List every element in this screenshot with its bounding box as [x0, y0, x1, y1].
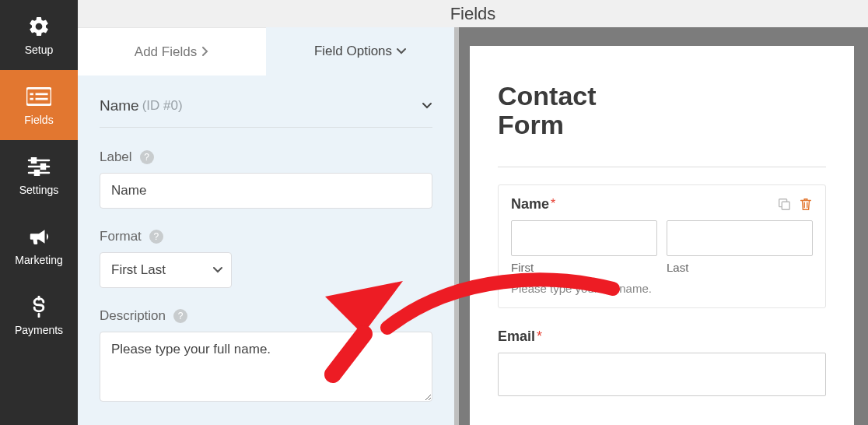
main: Fields Add Fields Field Options: [78, 0, 868, 425]
preview-card: Contact Form Name *: [470, 46, 854, 425]
sub-label-first: First: [511, 261, 657, 274]
field-group-description: Description ?: [100, 308, 432, 405]
tab-add-fields[interactable]: Add Fields: [78, 27, 266, 76]
form-title-line2: Form: [498, 110, 564, 139]
tabs: Add Fields Field Options: [78, 27, 454, 76]
fields-icon: [26, 84, 51, 109]
nav-item-settings[interactable]: Settings: [0, 140, 78, 210]
sidebar: Setup Fields Settings Marketing Payments: [0, 0, 78, 425]
label-input[interactable]: [100, 173, 432, 209]
panel-heading-id: (ID #0): [142, 98, 183, 114]
required-star: *: [551, 197, 555, 211]
field-label: Email: [498, 328, 535, 345]
required-star: *: [537, 328, 542, 345]
nav-item-setup[interactable]: Setup: [0, 0, 78, 70]
panel-body: Name (ID #0) Label ?: [78, 76, 454, 425]
help-icon[interactable]: ?: [149, 230, 163, 244]
first-name-input[interactable]: [511, 220, 657, 256]
field-label-row: Format ?: [100, 229, 432, 244]
form-title-line1: Contact: [498, 81, 597, 111]
svg-rect-4: [36, 98, 48, 100]
topbar: Fields: [78, 0, 868, 27]
sub-label-last: Last: [667, 261, 813, 274]
panel-heading-title: Name: [100, 97, 139, 114]
bullhorn-icon: [26, 224, 51, 249]
form-divider: [498, 167, 826, 167]
label-label-text: Label: [100, 149, 132, 165]
last-name-input[interactable]: [667, 220, 813, 256]
svg-rect-2: [30, 98, 33, 100]
topbar-title: Fields: [450, 4, 496, 24]
nav-label-fields: Fields: [24, 114, 53, 126]
tab-add-fields-label: Add Fields: [135, 44, 197, 60]
tab-field-options[interactable]: Field Options: [266, 27, 454, 76]
field-actions: [777, 197, 813, 211]
field-description: Please type your full name.: [511, 282, 813, 295]
svg-rect-3: [36, 93, 48, 96]
svg-rect-10: [35, 170, 39, 175]
help-icon[interactable]: ?: [173, 309, 187, 323]
preview-area: Contact Form Name *: [459, 27, 868, 425]
columns: Add Fields Field Options Name: [78, 27, 868, 425]
description-textarea[interactable]: [100, 332, 432, 402]
form-title: Contact Form: [498, 82, 826, 140]
duplicate-icon[interactable]: [777, 197, 791, 211]
field-group-label: Label ?: [100, 149, 432, 209]
nav-label-payments: Payments: [15, 324, 63, 336]
chevron-right-icon: [201, 44, 209, 60]
format-select-wrap: [100, 252, 232, 288]
nav-item-marketing[interactable]: Marketing: [0, 210, 78, 280]
preview-field-email[interactable]: Email *: [498, 328, 826, 396]
dollar-icon: [26, 294, 51, 319]
help-icon[interactable]: ?: [140, 150, 154, 164]
name-grid: First Last: [511, 220, 813, 274]
trash-icon[interactable]: [799, 197, 813, 211]
svg-rect-1: [30, 93, 33, 96]
chevron-down-icon: [422, 99, 432, 113]
preview-field-name[interactable]: Name *: [498, 184, 826, 308]
svg-rect-9: [41, 164, 45, 169]
description-label-text: Description: [100, 308, 166, 324]
field-editor-panel: Add Fields Field Options Name: [78, 27, 459, 425]
field-group-format: Format ?: [100, 229, 432, 288]
svg-rect-0: [26, 88, 51, 104]
field-label: Name: [511, 196, 549, 212]
email-input[interactable]: [498, 353, 826, 396]
field-header: Name *: [511, 196, 813, 212]
nav-item-payments[interactable]: Payments: [0, 280, 78, 350]
sliders-icon: [26, 154, 51, 179]
gear-icon: [26, 14, 51, 39]
nav-item-fields[interactable]: Fields: [0, 70, 78, 140]
tab-field-options-label: Field Options: [314, 44, 392, 59]
field-label-row: Label ?: [100, 149, 432, 165]
nav-label-setup: Setup: [25, 44, 54, 56]
svg-rect-8: [32, 158, 36, 163]
svg-rect-12: [782, 202, 789, 210]
format-select[interactable]: [100, 252, 232, 288]
nav-label-marketing: Marketing: [15, 254, 62, 266]
chevron-down-icon: [397, 44, 406, 59]
format-label-text: Format: [100, 229, 142, 244]
panel-heading[interactable]: Name (ID #0): [100, 97, 432, 128]
nav-label-settings: Settings: [19, 184, 59, 196]
field-label-row: Description ?: [100, 308, 432, 324]
